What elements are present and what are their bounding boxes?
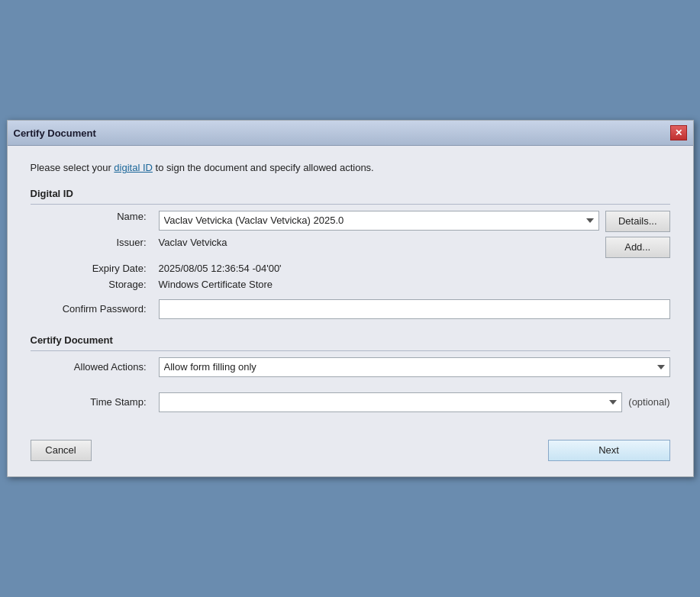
issuer-value: Vaclav Vetvicka [159, 237, 599, 248]
certify-section: Certify Document Allowed Actions: Allow … [31, 334, 670, 412]
dialog-body: Please select your digital ID to sign th… [8, 146, 693, 427]
confirm-password-input[interactable] [159, 299, 670, 319]
timestamp-label: Time Stamp: [31, 396, 153, 408]
title-bar: Certify Document ✕ [8, 121, 693, 146]
storage-label: Storage: [31, 279, 153, 290]
optional-label: (optional) [628, 396, 669, 408]
intro-after: to sign the document and specify allowed… [156, 162, 374, 173]
timestamp-dropdown[interactable] [159, 392, 623, 412]
name-label: Name: [31, 211, 153, 222]
expiry-value: 2025/08/05 12:36:54 -04'00' [159, 263, 599, 274]
dialog-title: Certify Document [14, 127, 96, 139]
issuer-label: Issuer: [31, 237, 153, 248]
timestamp-row: Time Stamp: (optional) [31, 392, 670, 412]
certify-divider [31, 350, 670, 351]
digital-id-content: Name: Vaclav Vetvicka (Vaclav Vetvicka) … [31, 211, 670, 290]
add-button[interactable]: Add... [605, 237, 670, 258]
allowed-actions-dropdown[interactable]: Allow form filling only Allow form filli… [159, 357, 670, 377]
next-button[interactable]: Next [548, 440, 670, 461]
allowed-actions-label: Allowed Actions: [31, 361, 153, 373]
digital-id-link[interactable]: digital ID [114, 162, 153, 173]
intro-before: Please select your [31, 162, 111, 173]
details-button[interactable]: Details... [605, 211, 670, 232]
name-dropdown[interactable]: Vaclav Vetvicka (Vaclav Vetvicka) 2025.0 [159, 211, 599, 231]
cancel-button[interactable]: Cancel [31, 440, 92, 461]
certify-section-label: Certify Document [31, 334, 670, 346]
allowed-actions-row: Allowed Actions: Allow form filling only… [31, 357, 670, 377]
expiry-label: Expiry Date: [31, 263, 153, 274]
certify-document-dialog: Certify Document ✕ Please select your di… [7, 120, 694, 476]
intro-text: Please select your digital ID to sign th… [31, 161, 670, 175]
close-button[interactable]: ✕ [670, 125, 687, 140]
digital-id-divider [31, 204, 670, 205]
digital-id-section: Digital ID Name: Vaclav Vetvicka (Vaclav… [31, 188, 670, 319]
dialog-footer: Cancel Next [8, 428, 693, 476]
password-label: Confirm Password: [31, 303, 153, 315]
storage-value: Windows Certificate Store [159, 279, 599, 290]
details-add-buttons: Details... [605, 211, 670, 232]
digital-id-section-label: Digital ID [31, 188, 670, 199]
password-row: Confirm Password: [31, 299, 670, 319]
